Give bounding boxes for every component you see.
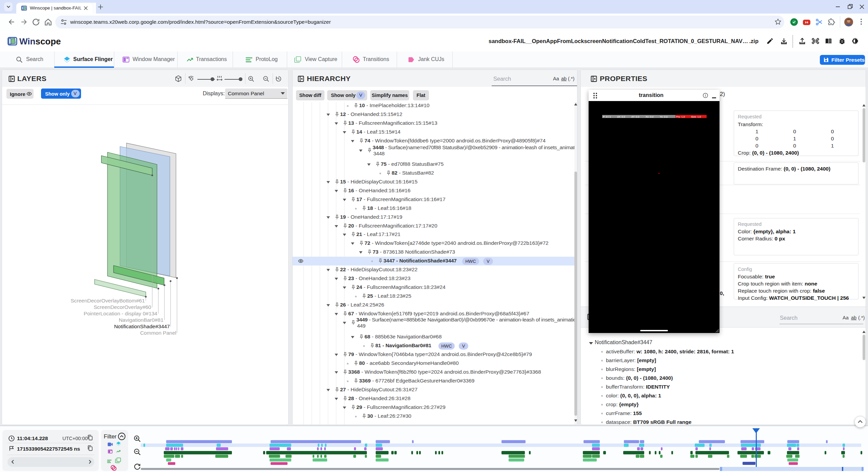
svg-text:ScreenDecorOverlay#60: ScreenDecorOverlay#60 (94, 304, 151, 310)
svg-text:PointerLocation - display 0#13: PointerLocation - display 0#134 (84, 311, 158, 316)
svg-text:NotificationShade#3447: NotificationShade#3447 (114, 323, 170, 329)
svg-text:ScreenDecorOverlayBottom#61: ScreenDecorOverlayBottom#61 (71, 298, 145, 303)
svg-text:Common Panel: Common Panel (140, 330, 176, 336)
svg-text:NavigationBar0#81: NavigationBar0#81 (119, 317, 163, 323)
